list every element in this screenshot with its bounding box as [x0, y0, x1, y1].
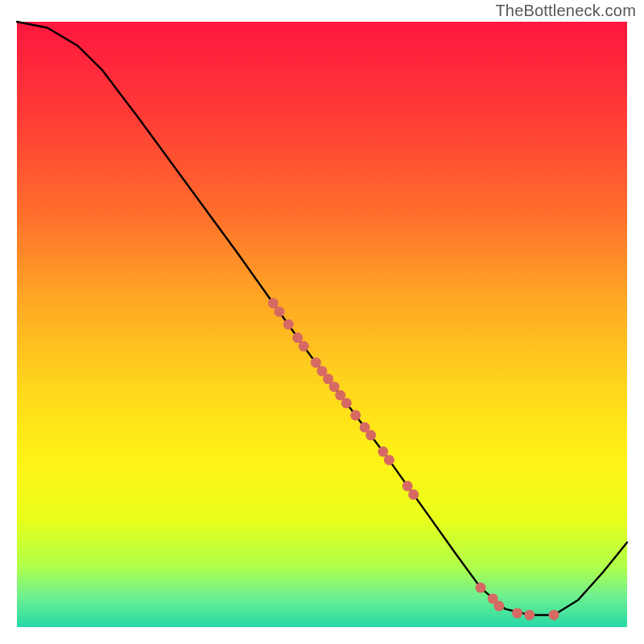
data-point [365, 430, 376, 440]
data-point [299, 341, 309, 352]
chart-container: { "attribution": "TheBottleneck.com", "c… [0, 0, 644, 644]
data-point [384, 455, 394, 465]
data-point [329, 382, 340, 392]
data-point [493, 601, 504, 611]
bottleneck-chart [0, 0, 644, 644]
data-point [283, 320, 294, 330]
svg-rect-0 [17, 22, 627, 627]
data-point [476, 583, 486, 593]
data-point [402, 481, 413, 491]
attribution-text: TheBottleneck.com [495, 2, 636, 20]
data-point [378, 446, 388, 456]
data-point [350, 410, 361, 420]
data-point [292, 332, 303, 343]
data-point [549, 609, 559, 620]
data-point [311, 357, 321, 368]
data-point [341, 398, 352, 408]
data-point [268, 298, 279, 308]
data-point [512, 608, 522, 618]
data-point [274, 307, 284, 317]
data-point [408, 489, 419, 500]
data-point [524, 609, 535, 620]
